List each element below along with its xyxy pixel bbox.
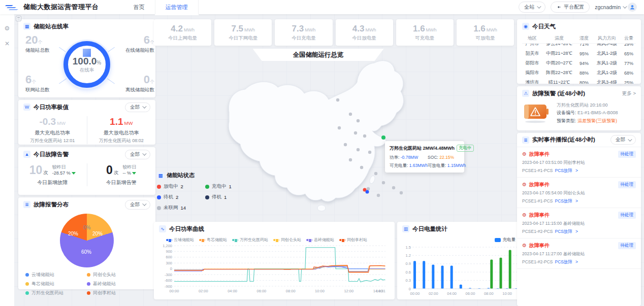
station-dot[interactable]	[336, 98, 339, 101]
filter-dropdown[interactable]: 全部	[610, 135, 636, 145]
filter-dropdown[interactable]: 全部	[125, 150, 150, 159]
station-dot[interactable]	[368, 151, 371, 154]
station-dot[interactable]	[338, 126, 341, 129]
status-badge[interactable]: 待处理	[618, 181, 636, 188]
chevron-right-icon[interactable]: >	[575, 168, 578, 173]
event-time-station: 2023-04-17 03:51:00 同创李村站	[522, 160, 636, 166]
more-link[interactable]: 更多 >	[622, 90, 636, 97]
bar-charge[interactable]	[460, 285, 462, 289]
bar-discharge[interactable]	[509, 250, 511, 289]
station-dot[interactable]	[354, 131, 357, 134]
station-dot[interactable]	[357, 148, 360, 151]
fault-warning-panel: ⚠ 故障预警 (近48小时) 更多 > 万邦生化医药站 20:1	[517, 86, 641, 130]
card-value: 7.3MWh	[292, 24, 316, 34]
weather-cell: 北风3-4级	[592, 79, 622, 84]
collapse-panel-icon[interactable]	[16, 16, 21, 21]
bar-discharge[interactable]	[500, 258, 502, 289]
status-legend-title: 储能站状态	[167, 172, 195, 179]
alarm-distribution-panel: ≣ 故障报警分布 全部 20%0%20%60% 云埔储能站同创仑头站粤芯储能站基…	[18, 197, 155, 289]
event-fault-link[interactable]: PCS故障	[555, 198, 572, 203]
site-selector[interactable]: 全站	[519, 2, 545, 13]
weather-cell: 潍坊市	[522, 79, 542, 84]
bar-charge[interactable]	[413, 261, 416, 289]
station-dot[interactable]	[360, 166, 363, 169]
station-dot[interactable]	[392, 186, 395, 189]
status-badge[interactable]: 待处理	[618, 151, 636, 158]
station-dot-charging[interactable]	[381, 135, 385, 140]
stat-card: 4.2MWh今日上网电量	[154, 19, 211, 46]
event-header: ⚙故障事件待处理	[522, 212, 636, 219]
card-unit: MWh	[244, 27, 255, 32]
weather-cell: 95%	[576, 51, 592, 56]
legend-item[interactable]: 粤芯储能站	[199, 237, 227, 243]
station-dot[interactable]	[363, 134, 366, 138]
svg-text:-600: -600	[165, 278, 172, 283]
weather-cell: 中雨21~28℃	[542, 50, 576, 57]
status-badge[interactable]: 待处理	[618, 242, 636, 249]
device-label: 设备编号:	[557, 110, 576, 115]
legend-marker	[232, 239, 238, 241]
status-badge[interactable]: 待处理	[618, 212, 636, 219]
nav-tab-首页[interactable]: 首页	[123, 0, 155, 14]
svg-text:06:00: 06:00	[257, 289, 267, 293]
event-fault-link[interactable]: PCS故障	[555, 229, 572, 234]
legend-item[interactable]: 万邦生化医药站	[25, 290, 87, 296]
station-dot[interactable]	[382, 181, 385, 184]
station-dot-standby[interactable]	[366, 190, 369, 194]
chevron-right-icon[interactable]: >	[575, 198, 578, 203]
bar-charge[interactable]	[432, 264, 434, 289]
station-dot[interactable]	[374, 172, 377, 175]
china-map-area: 全国储能运行总览 万邦生化医药站 2MW/4.48MWh 充电中 功率: -0.…	[154, 47, 514, 219]
svg-text:08:00: 08:00	[286, 289, 296, 293]
legend-marker	[166, 239, 172, 241]
gear-icon[interactable]: ⚙	[5, 25, 10, 31]
gear-icon: ⚙	[522, 182, 527, 187]
status-label: 充电中	[212, 183, 227, 190]
legend-item[interactable]: 同创李村站	[339, 237, 367, 243]
filter-dropdown[interactable]: 全部	[125, 200, 150, 210]
bar-charge[interactable]	[441, 266, 444, 289]
weather-col-header: 湿度	[576, 35, 592, 42]
online-rate-panel: ▦ 储能站在线率 20个储能站总数6个在线储能站数6个联网站总数0个离线储能站数…	[18, 19, 155, 97]
legend-item[interactable]: 万邦生化医药站	[232, 237, 268, 243]
bar-discharge[interactable]	[490, 260, 493, 289]
station-dot[interactable]	[400, 191, 403, 194]
warning-item[interactable]: 万邦生化医药站 20:16:00 设备编号: E1-#1-BMS-A-B008 …	[517, 100, 641, 126]
legend-item[interactable]: 粤芯储能站	[25, 281, 87, 287]
avatar[interactable]	[628, 3, 637, 12]
station-dot[interactable]	[367, 187, 370, 190]
legend-item[interactable]: 基岭储能站	[87, 281, 148, 287]
event-time-station: 2023-04-17 05:54:00 同创仑头站	[522, 190, 636, 196]
station-dot[interactable]	[357, 119, 360, 122]
app-title: 储能大数据运营管理平台	[23, 3, 99, 12]
station-dot[interactable]	[377, 194, 380, 197]
bar-charge[interactable]	[450, 266, 453, 289]
nav-tab-运营管理[interactable]: 运营管理	[155, 0, 199, 14]
weather-table-body[interactable]: 广州市多云24~28℃71%南风3-4级29%韶关市中雨21~28℃95%北风1…	[522, 44, 636, 84]
user-menu[interactable]: zgcnadmin	[595, 3, 637, 12]
legend-item[interactable]: 同创李村站	[87, 290, 148, 296]
close-icon[interactable]: ✕	[5, 41, 10, 47]
event-fault-link[interactable]: PCS故障	[555, 168, 572, 173]
event-fault-link[interactable]: PCS故障	[555, 259, 572, 264]
station-dot[interactable]	[344, 143, 347, 146]
bar-charge[interactable]	[423, 261, 425, 289]
power-sub: 万邦生化医药站 12:01	[18, 138, 87, 144]
list-icon: ≣	[23, 201, 30, 208]
legend-item[interactable]: 充电量	[495, 237, 516, 243]
platform-config-button[interactable]: 平台配置	[551, 2, 590, 13]
legend-item[interactable]: 云埔储能站	[166, 237, 194, 243]
card-label: 可充电量	[415, 35, 434, 42]
station-dot[interactable]	[349, 158, 352, 161]
legend-item[interactable]: 同创仑头站	[87, 271, 148, 278]
device-code: PCSE1-#2-PCS	[522, 229, 553, 234]
legend-item[interactable]: 云埔储能站	[25, 271, 87, 278]
chevron-right-icon[interactable]: >	[575, 259, 578, 264]
legend-item[interactable]: 同创仑头站	[273, 237, 301, 243]
filter-dropdown[interactable]: 全部	[125, 103, 150, 112]
chevron-right-icon[interactable]: >	[575, 229, 578, 234]
station-dot[interactable]	[349, 113, 352, 116]
legend-item[interactable]: 基岭储能站	[306, 237, 334, 243]
alarm-row: 0次较昨日-- %	[87, 163, 156, 178]
tooltip-value: -0.78MW	[401, 155, 418, 160]
